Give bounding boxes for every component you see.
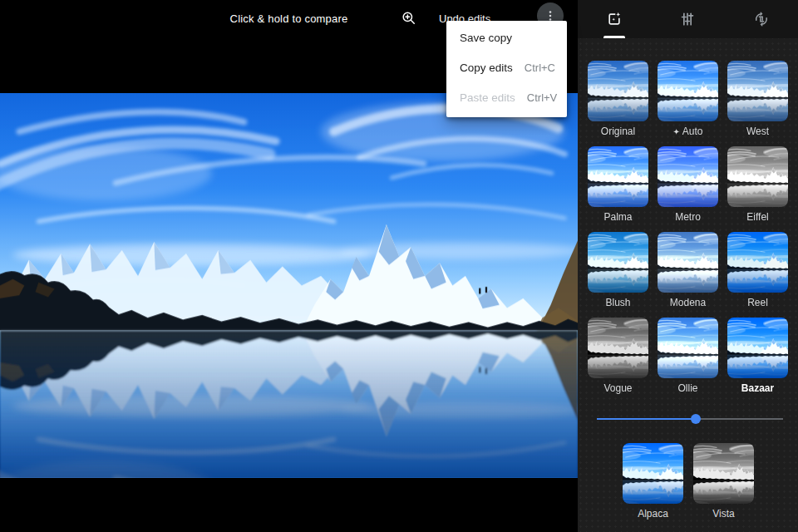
filter-modena[interactable]: Modena: [658, 232, 718, 309]
tune-sliders-icon: [679, 11, 696, 27]
photo-editor: Click & hold to compare Undo edits Save …: [0, 0, 798, 532]
filter-vogue[interactable]: Vogue: [588, 318, 648, 395]
filter-original[interactable]: Original: [588, 61, 648, 138]
canvas-area: Click & hold to compare Undo edits Save …: [0, 0, 578, 532]
filter-strength-slider[interactable]: [597, 414, 783, 424]
tab-filters[interactable]: [578, 0, 651, 38]
crop-rotate-icon: [753, 11, 770, 27]
overflow-menu: Save copy Copy edits Ctrl+C Paste edits …: [446, 21, 567, 117]
filter-vista[interactable]: Vista: [693, 443, 754, 520]
menu-item-paste-edits: Paste edits Ctrl+V: [446, 82, 567, 112]
slider-thumb[interactable]: [691, 414, 701, 424]
filter-reel[interactable]: Reel: [727, 232, 788, 309]
photo-canvas[interactable]: [0, 93, 578, 478]
filter-blush[interactable]: Blush: [588, 232, 648, 309]
filter-palma[interactable]: Palma: [588, 146, 648, 224]
filters-grid: Original ✦ Auto West Palma Metro: [588, 61, 788, 395]
menu-item-save-copy[interactable]: Save copy: [446, 22, 567, 52]
tab-crop-rotate[interactable]: [725, 0, 798, 38]
auto-awesome-icon: ✦: [672, 126, 679, 137]
filter-metro[interactable]: Metro: [658, 146, 718, 224]
filter-bazaar[interactable]: Bazaar: [727, 318, 788, 395]
filter-eiffel[interactable]: Eiffel: [727, 146, 788, 224]
tab-adjustments[interactable]: [651, 0, 724, 38]
filter-ollie[interactable]: Ollie: [658, 318, 718, 395]
active-tab-indicator: [603, 36, 625, 38]
filter-alpaca[interactable]: Alpaca: [623, 443, 683, 520]
filter-auto[interactable]: ✦ Auto: [658, 61, 718, 138]
filter-west[interactable]: West: [727, 61, 788, 138]
slider-fill: [597, 418, 696, 420]
photo-filter-icon: [606, 11, 623, 27]
editor-tabbar: [578, 0, 798, 38]
menu-item-copy-edits[interactable]: Copy edits Ctrl+C: [446, 52, 567, 82]
extra-filters-row: Alpaca Vista: [623, 443, 754, 520]
filters-panel: Original ✦ Auto West Palma Metro: [578, 0, 798, 532]
zoom-in-icon[interactable]: [401, 10, 417, 27]
